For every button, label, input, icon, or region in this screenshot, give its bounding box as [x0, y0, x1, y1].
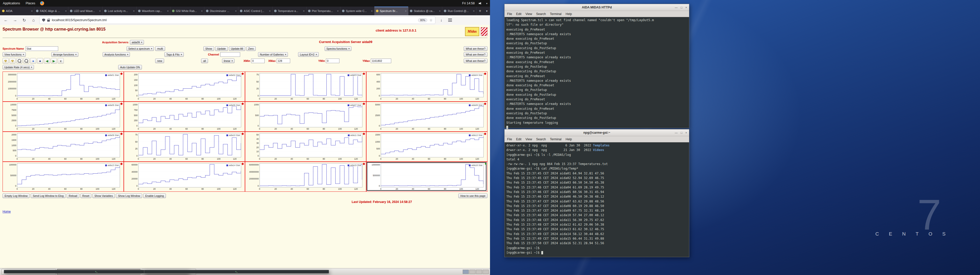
- browser-tab[interactable]: System wide C...×: [340, 6, 374, 15]
- browser-tab[interactable]: Lost activity m...×: [103, 6, 137, 15]
- tags-fits-dropdown[interactable]: Tags & Fits: [164, 52, 183, 57]
- xmax-input[interactable]: 128: [277, 58, 290, 63]
- menu-search[interactable]: Search: [536, 12, 546, 16]
- prev-arrow-icon[interactable]: ◀: [44, 58, 50, 64]
- menu-terminal[interactable]: Terminal: [550, 138, 562, 141]
- blue-sphere-icon[interactable]: ●: [30, 58, 36, 64]
- tab-close-icon[interactable]: ×: [167, 9, 169, 13]
- menu-terminal[interactable]: Terminal: [550, 12, 562, 16]
- lock-icon[interactable]: [47, 20, 50, 22]
- browser-tab[interactable]: Temperature a...×: [272, 6, 307, 15]
- radiation-icon-1[interactable]: ☢: [3, 58, 9, 64]
- browser-tab[interactable]: LED and Wave...×: [68, 6, 102, 15]
- red-diamond-marker[interactable]: ◆: [120, 102, 123, 105]
- spectra-functions-dropdown[interactable]: Spectra functions: [325, 46, 352, 51]
- what-are-these-button-3[interactable]: What are these?: [464, 58, 487, 63]
- xmin-input[interactable]: 0: [251, 58, 265, 63]
- taskbar-item[interactable]: >_AIDA MIDAS HTTPd: [2, 269, 56, 275]
- layout-id-dropdown[interactable]: Layout ID=2: [298, 52, 318, 57]
- acquisition-server-select[interactable]: aida09: [130, 40, 144, 44]
- browser-tab[interactable]: Statistics @ ca...×: [408, 6, 442, 15]
- red-diamond-marker[interactable]: ◆: [484, 132, 487, 135]
- analysis-functions-dropdown[interactable]: Analysis functions: [103, 52, 130, 57]
- terminal-output[interactable]: drwxr-xr-x. 2 npg npg 6 Jan 30 2022 Temp…: [504, 142, 689, 256]
- tab-close-icon[interactable]: ×: [439, 9, 441, 13]
- spectrum-plot-aida07[interactable]: ◆10005000aida07 Stat020406080100120: [245, 101, 366, 132]
- taskbar-item[interactable]: >_npg@carme-gsi:~: [142, 269, 196, 275]
- maximize-icon[interactable]: □: [681, 131, 682, 134]
- red-diamond-marker[interactable]: ◆: [484, 102, 487, 105]
- red-diamond-marker[interactable]: ◆: [120, 132, 123, 135]
- menu-help[interactable]: Help: [566, 12, 572, 16]
- number-of-galleries-dropdown[interactable]: Number of Galleries: [258, 52, 288, 57]
- forward-button[interactable]: →: [12, 18, 18, 22]
- terminal-window-aida-midas-httpd[interactable]: AIDA MIDAS HTTPd — □ × FileEditViewSearc…: [504, 4, 689, 128]
- new-tab-button[interactable]: +: [476, 6, 484, 15]
- select-spectrum-dropdown[interactable]: Select a spectrum: [127, 46, 154, 51]
- zoom-in-icon[interactable]: [16, 58, 22, 64]
- reset-button[interactable]: Reset: [80, 193, 91, 198]
- tab-close-icon[interactable]: ×: [269, 9, 270, 13]
- menu-help[interactable]: Help: [566, 138, 572, 141]
- places-menu[interactable]: Places: [23, 0, 38, 6]
- linear-dropdown[interactable]: linear: [222, 58, 234, 63]
- how-to-use-button[interactable]: How to use this page: [458, 193, 487, 198]
- tab-close-icon[interactable]: ×: [201, 9, 203, 13]
- terminal-titlebar[interactable]: AIDA MIDAS HTTPd — □ ×: [504, 4, 689, 11]
- spectrum-plot-aida04[interactable]: ◆6004002000aida04 Stat020406080100120: [366, 71, 487, 101]
- home-link[interactable]: Home: [3, 210, 11, 213]
- tab-close-icon[interactable]: ×: [371, 9, 372, 13]
- browser-tab[interactable]: Spectrum Br...×: [374, 6, 408, 15]
- reload-button[interactable]: ↻: [21, 18, 27, 23]
- arrange-functions-dropdown[interactable]: Arrange functions: [51, 52, 78, 57]
- red-diamond-marker[interactable]: ◆: [363, 72, 365, 75]
- browser-tab[interactable]: AIDA×: [0, 6, 35, 15]
- zero-button[interactable]: Zero: [246, 46, 256, 51]
- red-diamond-marker[interactable]: ◆: [120, 72, 123, 75]
- show-button[interactable]: Show: [204, 46, 214, 51]
- terminal-titlebar[interactable]: npg@carme-gsi:~ — □ ×: [504, 130, 689, 136]
- spectrum-plot-aida09[interactable]: ◆2000150010005000aida09 Stat020406080100…: [3, 132, 124, 162]
- ymax-input[interactable]: 1161802: [371, 58, 391, 63]
- spectrum-plot-aida05[interactable]: ◆100007500500025000aida05 Stat0204060801…: [3, 101, 124, 132]
- x-marker-button[interactable]: x: [58, 58, 64, 64]
- spectrum-plot-aida10[interactable]: ◆7550250aida10 Stat020406080100120: [124, 132, 245, 162]
- chevron-down-icon[interactable]: ▾: [486, 2, 487, 5]
- browser-tab[interactable]: Run Control @...×: [442, 6, 476, 15]
- browser-tab[interactable]: GSI White Rab...×: [170, 6, 204, 15]
- minimize-icon[interactable]: —: [675, 131, 678, 134]
- red-diamond-marker[interactable]: ◆: [242, 72, 244, 75]
- red-diamond-marker[interactable]: ◆: [242, 102, 244, 105]
- spectrum-plot-aida11[interactable]: ◆50403020100aida11 Stat020406080100120: [245, 132, 366, 162]
- tab-close-icon[interactable]: ×: [473, 9, 474, 13]
- enable-logging-button[interactable]: Enable Logging: [143, 193, 166, 198]
- green-circle-marker[interactable]: ●: [484, 162, 487, 165]
- send-log-window-to-elog-button[interactable]: Send Log Window to Elog: [30, 193, 65, 198]
- minimize-icon[interactable]: —: [675, 6, 678, 9]
- what-are-these-button-1[interactable]: What are these?: [464, 46, 487, 51]
- show-log-window-button[interactable]: Show Log Window: [116, 193, 142, 198]
- panel-clock[interactable]: Fri 14:58: [462, 2, 475, 5]
- show-variables-button[interactable]: Show Variables: [92, 193, 115, 198]
- tab-close-icon[interactable]: ×: [65, 9, 67, 13]
- red-diamond-marker[interactable]: ◆: [484, 72, 487, 75]
- workspace-switcher[interactable]: [463, 270, 489, 274]
- menu-edit[interactable]: Edit: [516, 138, 522, 141]
- browser-tab[interactable]: FADC Align & ...×: [35, 6, 68, 15]
- tab-close-icon[interactable]: ×: [99, 9, 100, 13]
- auto-update-button[interactable]: Auto Update ON: [118, 65, 142, 70]
- spectrum-plot-aida15[interactable]: ◆6000000040000000200000000aida15 Stat020…: [245, 162, 366, 192]
- close-icon[interactable]: ×: [686, 131, 687, 134]
- new-button[interactable]: new: [155, 58, 164, 63]
- red-diamond-marker[interactable]: ◆: [242, 162, 244, 165]
- multi-button[interactable]: multi: [155, 46, 165, 51]
- menu-view[interactable]: View: [525, 138, 532, 141]
- tab-close-icon[interactable]: ×: [337, 9, 339, 13]
- zoom-out-icon[interactable]: [23, 58, 29, 64]
- menu-view[interactable]: View: [525, 12, 532, 16]
- list-all-tabs-icon[interactable]: ▾: [484, 6, 490, 15]
- update-rate-dropdown[interactable]: Update Rate (4 secs): [3, 65, 34, 70]
- maximize-icon[interactable]: □: [681, 6, 682, 9]
- zoom-indicator[interactable]: 80%: [418, 18, 427, 22]
- empty-log-window-button[interactable]: Empty Log Window: [3, 193, 30, 198]
